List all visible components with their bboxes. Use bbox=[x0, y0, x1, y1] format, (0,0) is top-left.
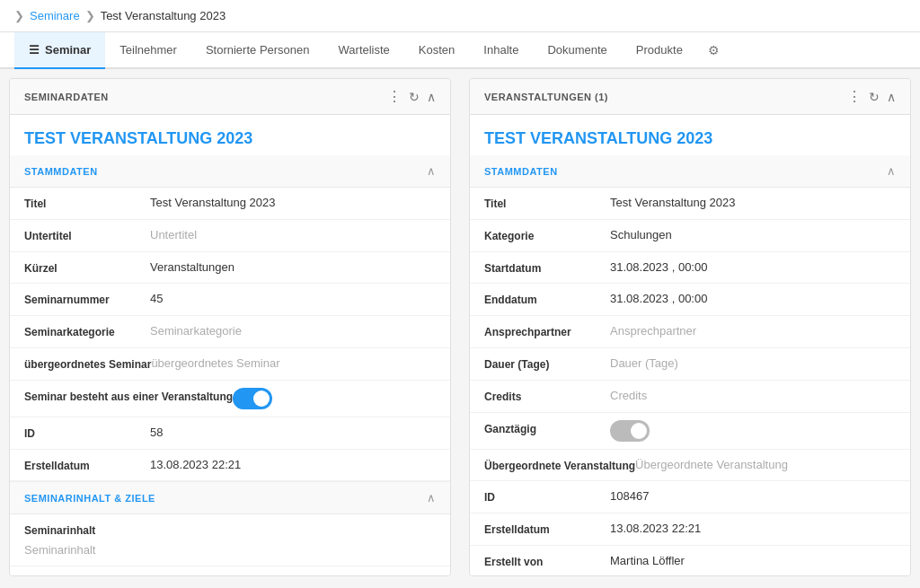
right-stammdaten-label: STAMMDATEN bbox=[484, 166, 558, 177]
right-field-label-dauer: Dauer (Tage) bbox=[484, 355, 610, 373]
field-seminarnummer: Seminarnummer 45 bbox=[10, 284, 450, 316]
breadcrumb-current: Test Veranstaltung 2023 bbox=[101, 9, 226, 22]
right-field-label-erstelldatum: Erstelldatum bbox=[484, 521, 610, 538]
field-value-untertitel[interactable]: Untertitel bbox=[150, 227, 436, 243]
field-label-besteht: Seminar besteht aus einer Veranstaltung bbox=[24, 388, 233, 405]
stammdaten-collapse-icon[interactable]: ∧ bbox=[427, 164, 436, 178]
right-field-value-ansprechpartner[interactable]: Ansprechpartner bbox=[610, 323, 896, 339]
dots-icon[interactable]: ⋮ bbox=[387, 88, 402, 105]
right-stammdaten-group: STAMMDATEN ∧ Titel Test Veranstaltung 20… bbox=[470, 155, 910, 576]
tab-teilnehmer[interactable]: Teilnehmer bbox=[105, 32, 191, 69]
field-besteht-toggle: Seminar besteht aus einer Veranstaltung bbox=[10, 381, 450, 417]
right-refresh-icon[interactable]: ↻ bbox=[869, 90, 880, 104]
table-icon: ☰ bbox=[29, 43, 40, 57]
field-value-seminarinhalt[interactable]: Seminarinhalt bbox=[24, 542, 96, 558]
right-panel-header: VERANSTALTUNGEN (1) ⋮ ↻ ∧ bbox=[470, 79, 910, 115]
right-collapse-icon[interactable]: ∧ bbox=[887, 90, 896, 104]
right-panel-title: VERANSTALTUNGEN (1) bbox=[484, 92, 608, 102]
left-panel-section-title: TEST VERANSTALTUNG 2023 bbox=[10, 115, 450, 155]
breadcrumb: ❯ Seminare ❯ Test Veranstaltung 2023 bbox=[0, 0, 920, 32]
right-field-label-credits: Credits bbox=[484, 388, 610, 405]
field-label-untertitel: Untertitel bbox=[24, 227, 150, 244]
field-label-erstelldatum-left: Erstelldatum bbox=[24, 457, 150, 474]
left-stammdaten-header[interactable]: STAMMDATEN ∧ bbox=[10, 155, 450, 188]
field-value-erstelldatum-left: 13.08.2023 22:21 bbox=[150, 457, 436, 473]
tab-warteliste[interactable]: Warteliste bbox=[324, 32, 404, 69]
right-field-label-kategorie: Kategorie bbox=[484, 227, 610, 244]
field-label-seminarkategorie: Seminarkategorie bbox=[24, 323, 150, 340]
right-field-value-erstelldatum: 13.08.2023 22:21 bbox=[610, 521, 896, 537]
right-field-enddatum: Enddatum 31.08.2023 , 00:00 bbox=[470, 284, 910, 316]
field-label-seminarnummer: Seminarnummer bbox=[24, 291, 150, 308]
right-field-value-kategorie: Schulungen bbox=[610, 227, 896, 243]
tab-stornierte[interactable]: Stornierte Personen bbox=[191, 32, 324, 69]
right-field-id: ID 108467 bbox=[470, 481, 910, 513]
field-titel: Titel Test Veranstaltung 2023 bbox=[10, 188, 450, 220]
right-field-value-enddatum: 31.08.2023 , 00:00 bbox=[610, 291, 896, 307]
field-seminarziele: Seminarziele bbox=[10, 566, 450, 576]
left-panel: SEMINARDATEN ⋮ ↻ ∧ TEST VERANSTALTUNG 20… bbox=[9, 78, 451, 576]
right-field-label-titel: Titel bbox=[484, 195, 610, 212]
right-field-value-titel: Test Veranstaltung 2023 bbox=[610, 195, 896, 211]
left-panel-actions: ⋮ ↻ ∧ bbox=[387, 88, 436, 105]
right-field-credits: Credits Credits bbox=[470, 381, 910, 413]
left-seminarinhalt-label: SEMINARINHALT & ZIELE bbox=[24, 493, 155, 504]
left-stammdaten-group: STAMMDATEN ∧ Titel Test Veranstaltung 20… bbox=[10, 155, 450, 482]
right-field-kategorie: Kategorie Schulungen bbox=[470, 220, 910, 252]
right-panel-section-title: TEST VERANSTALTUNG 2023 bbox=[470, 115, 910, 155]
tab-inhalte[interactable]: Inhalte bbox=[469, 32, 533, 69]
field-label-titel: Titel bbox=[24, 195, 150, 212]
right-field-label-uebergeordnete: Übergeordnete Veranstaltung bbox=[484, 457, 635, 474]
right-field-label-enddatum: Enddatum bbox=[484, 291, 610, 308]
tab-produkte[interactable]: Produkte bbox=[622, 32, 697, 69]
collapse-icon[interactable]: ∧ bbox=[427, 90, 436, 104]
right-field-erstelldatum: Erstelldatum 13.08.2023 22:21 bbox=[470, 513, 910, 546]
field-value-seminarkategorie[interactable]: Seminarkategorie bbox=[150, 323, 436, 339]
right-field-uebergeordnete: Übergeordnete Veranstaltung Übergeordnet… bbox=[470, 450, 910, 482]
right-panel-actions: ⋮ ↻ ∧ bbox=[847, 88, 896, 105]
right-field-value-credits[interactable]: Credits bbox=[610, 388, 896, 404]
refresh-icon[interactable]: ↻ bbox=[409, 90, 420, 104]
right-field-value-erstellt-von: Martina Löffler bbox=[610, 553, 896, 569]
left-seminarinhalt-header[interactable]: SEMINARINHALT & ZIELE ∧ bbox=[10, 482, 450, 514]
right-panel: VERANSTALTUNGEN (1) ⋮ ↻ ∧ TEST VERANSTAL… bbox=[469, 78, 911, 576]
left-seminarinhalt-group: SEMINARINHALT & ZIELE ∧ Seminarinhalt Se… bbox=[10, 482, 450, 576]
right-field-label-erstellt-von: Erstellt von bbox=[484, 553, 610, 570]
toggle-knob bbox=[631, 423, 647, 439]
field-label-id-left: ID bbox=[24, 425, 150, 442]
tab-kosten[interactable]: Kosten bbox=[404, 32, 469, 69]
breadcrumb-separator: ❯ bbox=[85, 9, 95, 22]
right-field-ganztaegig: Ganztägig ✕ bbox=[470, 413, 910, 450]
right-field-startdatum: Startdatum 31.08.2023 , 00:00 bbox=[470, 252, 910, 285]
right-field-dauer: Dauer (Tage) Dauer (Tage) bbox=[470, 348, 910, 381]
right-field-value-uebergeordnete[interactable]: Übergeordnete Veranstaltung bbox=[635, 457, 896, 473]
toggle-besteht[interactable] bbox=[233, 388, 272, 409]
left-panel-header: SEMINARDATEN ⋮ ↻ ∧ bbox=[10, 79, 450, 115]
tab-dokumente[interactable]: Dokumente bbox=[533, 32, 621, 69]
right-field-ansprechpartner: Ansprechpartner Ansprechpartner bbox=[470, 316, 910, 348]
field-value-id-left: 58 bbox=[150, 425, 436, 441]
field-value-uebergeordnetes[interactable]: übergeordnetes Seminar bbox=[151, 355, 436, 372]
field-erstelldatum-left: Erstelldatum 13.08.2023 22:21 bbox=[10, 450, 450, 482]
right-field-value-dauer[interactable]: Dauer (Tage) bbox=[610, 355, 896, 372]
right-field-label-ansprechpartner: Ansprechpartner bbox=[484, 323, 610, 340]
field-value-seminarnummer: 45 bbox=[150, 291, 436, 307]
tab-seminar[interactable]: ☰ Seminar bbox=[14, 32, 105, 69]
right-field-label-id: ID bbox=[484, 488, 610, 505]
seminarinhalt-collapse-icon[interactable]: ∧ bbox=[427, 491, 436, 505]
right-field-erstellt-von: Erstellt von Martina Löffler bbox=[470, 546, 910, 576]
right-stammdaten-header[interactable]: STAMMDATEN ∧ bbox=[470, 155, 910, 188]
right-dots-icon[interactable]: ⋮ bbox=[847, 88, 862, 105]
main-content: SEMINARDATEN ⋮ ↻ ∧ TEST VERANSTALTUNG 20… bbox=[0, 69, 920, 585]
toggle-ganztaegig[interactable]: ✕ bbox=[610, 420, 650, 442]
field-seminarkategorie: Seminarkategorie Seminarkategorie bbox=[10, 316, 450, 348]
right-field-value-startdatum: 31.08.2023 , 00:00 bbox=[610, 259, 896, 276]
right-stammdaten-collapse-icon[interactable]: ∧ bbox=[887, 164, 896, 178]
field-id-left: ID 58 bbox=[10, 417, 450, 450]
field-label-seminarziele: Seminarziele bbox=[24, 574, 150, 576]
field-value-titel: Test Veranstaltung 2023 bbox=[150, 195, 436, 211]
breadcrumb-parent[interactable]: Seminare bbox=[30, 9, 80, 22]
field-untertitel: Untertitel Untertitel bbox=[10, 220, 450, 252]
right-field-value-id: 108467 bbox=[610, 488, 896, 505]
settings-tab[interactable]: ⚙ bbox=[701, 34, 727, 66]
